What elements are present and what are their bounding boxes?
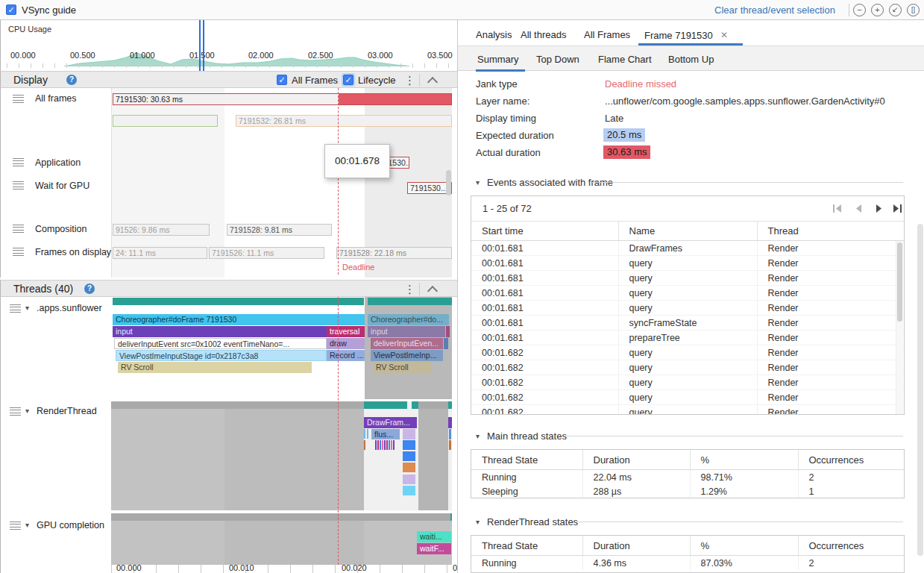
table-row[interactable]: 00:01.681queryRender [471,301,904,316]
column-header-thread[interactable]: Thread [757,221,904,241]
tab-analysis[interactable]: Analysis [476,29,512,40]
help-icon[interactable]: ? [66,75,77,85]
drag-handle-icon[interactable] [13,158,24,166]
column-header-thread-state[interactable]: Thread State [471,450,582,470]
sunflower-track[interactable]: Choreographer#doFrame 7191530 input trav… [111,297,452,399]
events-scrollbar-track[interactable] [896,241,903,415]
composition-chip[interactable]: 91526: 9.86 ms [113,224,210,236]
zoom-to-selection-icon[interactable]: [] [907,4,920,16]
wait-gpu-frame-chip[interactable]: 7191530... [407,182,452,194]
cpu-usage-minimap[interactable]: CPU Usage 00.000 00.500 01.000 01.500 02… [0,20,457,71]
all-frames-checkbox[interactable]: ✓ [277,75,287,85]
subtab-summary[interactable]: Summary [477,54,519,65]
table-row[interactable]: 00:01.682queryRender [471,360,904,375]
table-row[interactable]: 00:01.681prepareTreeRender [471,331,904,345]
trace-event-traversal[interactable]: traversal [327,326,365,337]
trace-event-drawframes-sliver[interactable] [448,417,452,428]
trace-event-block[interactable] [403,463,415,472]
trace-event-block[interactable] [403,429,415,439]
trace-event-choreographer[interactable]: Choreographer#doFrame 7191530 [113,314,365,325]
tab-all-threads[interactable]: All threads [521,29,566,40]
frame-bar-7191532[interactable]: 7191532: 26.81 ms [236,115,452,127]
subtab-bottom-up[interactable]: Bottom Up [668,54,714,65]
next-page-icon[interactable] [874,204,884,213]
threads-options-kebab-icon[interactable]: ⋮ [404,283,415,296]
clear-selection-link[interactable]: Clear thread/event selection [714,4,835,16]
reset-zoom-icon[interactable]: ↙ [889,4,902,16]
renderthread-track[interactable]: DrawFram... flus... [111,401,452,510]
frame-bar-7191530[interactable]: 7191530: 30.63 ms [113,93,452,105]
subtab-flame-chart[interactable]: Flame Chart [598,54,652,65]
frame-bar-prev[interactable] [113,115,218,127]
drag-handle-icon[interactable] [10,407,21,416]
table-row[interactable]: 00:01.682queryRender [471,405,904,416]
table-row[interactable]: Running22.04 ms98.71%2 [471,470,904,485]
expand-caret-icon[interactable]: ▾ [25,304,29,312]
tab-all-frames[interactable]: All Frames [584,29,630,40]
trace-event-block[interactable] [403,475,415,484]
drag-handle-icon[interactable] [13,181,24,190]
collapse-caret-icon[interactable]: ▾ [476,432,480,440]
table-row[interactable]: 00:01.682queryRender [471,390,904,405]
drag-handle-icon[interactable] [10,304,21,313]
trace-event-draw[interactable]: draw [327,338,365,349]
trace-event-deliver-input[interactable]: deliverInputEvent src=0x1002 eventTimeNa… [114,338,327,349]
column-header-start-time[interactable]: Start time [471,221,618,241]
trace-event-rv-scroll[interactable]: RV Scroll [118,362,312,373]
trace-event-waiting[interactable]: waiti... [417,531,451,542]
expand-caret-icon[interactable]: ▾ [25,407,29,415]
drag-handle-icon[interactable] [10,522,21,530]
table-row[interactable]: 00:01.682queryRender [471,375,904,390]
trace-event-input[interactable]: input [113,326,327,337]
frames-on-display-chip[interactable]: 7191528: 22.18 ms [336,247,452,259]
column-header-duration[interactable]: Duration [582,536,690,556]
trace-event-flush[interactable]: flus... [371,429,400,439]
display-options-kebab-icon[interactable]: ⋮ [404,74,415,87]
trace-event-deliver-muted[interactable]: deliverInputEven... [371,338,443,349]
panel-scrollbar-thumb[interactable] [917,224,923,556]
help-icon[interactable]: ? [84,284,95,294]
trace-event-block[interactable] [403,440,415,450]
table-row[interactable]: 00:01.681queryRender [471,271,904,286]
gpu-completion-track[interactable]: waiti... waitF... [111,513,452,565]
trace-event-block[interactable] [403,486,415,495]
lifecycle-checkbox[interactable]: ✓ [343,75,353,85]
expand-caret-icon[interactable]: ▾ [25,521,29,529]
trace-event-rv-scroll-muted[interactable]: RV Scroll [373,362,431,373]
events-table-scroll[interactable]: Start time Name Thread 00:01.681DrawFram… [471,221,904,414]
table-row[interactable]: Running4.36 ms87.03%2 [471,556,904,571]
close-tab-icon[interactable]: ✕ [720,30,728,40]
trace-event-block[interactable] [403,451,415,461]
table-row[interactable]: Sleeping288 µs1.29%1 [471,484,904,498]
drag-handle-icon[interactable] [13,95,24,103]
trace-event-waitfence[interactable]: waitF... [417,543,451,554]
selection-handle-left[interactable] [199,20,201,71]
composition-chip[interactable]: 7191528: 9.81 ms [227,224,332,236]
display-collapse-icon[interactable] [427,77,438,87]
display-scrollbar[interactable] [446,170,451,195]
trace-event-viewpostime[interactable]: ViewPostImeInputStage id=0x2187c3a8 [116,350,327,361]
selection-handle-right[interactable] [203,20,204,71]
collapse-caret-icon[interactable]: ▾ [476,178,480,187]
vsync-guide-checkbox[interactable]: ✓ [6,4,16,15]
column-header-percent[interactable]: % [690,450,798,470]
subtab-top-down[interactable]: Top Down [536,54,579,65]
trace-event-drawframes[interactable]: DrawFram... [364,417,417,428]
trace-event-traversal-muted[interactable] [446,326,450,337]
column-header-occurrences[interactable]: Occurrences [798,450,904,470]
zoom-in-icon[interactable]: + [871,4,884,16]
frames-on-display-chip[interactable]: 24: 11.1 ms [113,247,207,259]
events-scrollbar-thumb[interactable] [897,242,902,322]
table-row[interactable]: 00:01.681queryRender [471,256,904,271]
trace-event-record[interactable]: Record ... [327,350,365,361]
tab-frame-7191530[interactable]: Frame 7191530 [644,30,713,41]
zoom-out-icon[interactable]: − [853,4,866,16]
trace-event-viewpostime-muted[interactable]: ViewPostImeInp... [371,350,443,361]
trace-event-choreographer-muted[interactable]: Choreographer#do... [368,314,449,325]
trace-event-input-muted[interactable]: input [368,326,445,337]
table-row[interactable]: 00:01.681syncFrameStateRender [471,316,904,331]
column-header-duration[interactable]: Duration [582,450,690,470]
first-page-icon[interactable] [832,204,843,213]
prev-page-icon[interactable] [853,204,864,213]
table-row[interactable]: 00:01.681DrawFramesRender [471,241,904,256]
